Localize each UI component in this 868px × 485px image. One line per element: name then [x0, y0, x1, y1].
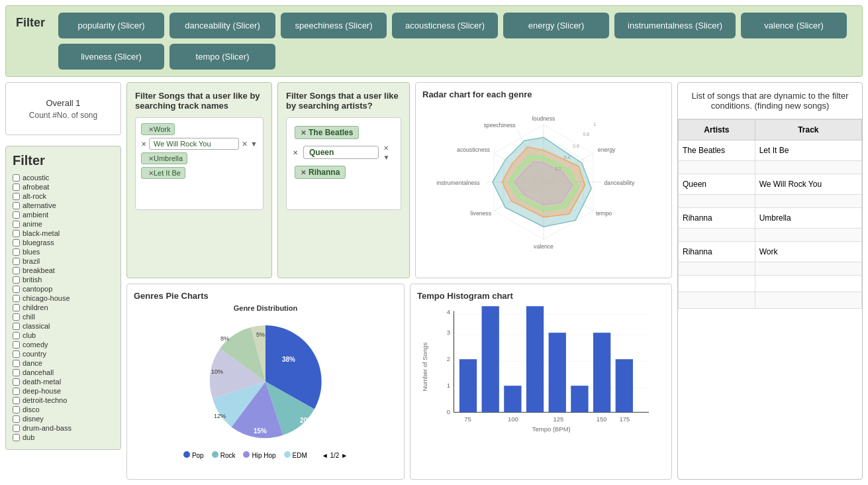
genre-checkbox-british[interactable]: [13, 276, 20, 284]
genre-checkbox-alternative[interactable]: [13, 202, 20, 209]
remove-letitbe-icon[interactable]: ✕: [148, 170, 154, 177]
svg-text:Number of Songs: Number of Songs: [421, 343, 428, 392]
artist-tag-beatles[interactable]: ✕ The Beatles: [295, 126, 359, 139]
genre-label-dance: dance: [23, 359, 42, 367]
genre-checkbox-breakbeat[interactable]: [13, 267, 20, 274]
genre-item-dancehall: dancehall: [13, 368, 114, 376]
genre-checkbox-comedy[interactable]: [13, 341, 20, 349]
genre-checkbox-drum-and-bass[interactable]: [13, 425, 20, 432]
slicer-btn-5[interactable]: instrumentalness (Slicer): [614, 13, 736, 38]
right-panel-header: List of songs that are dynamic to the fi…: [678, 83, 862, 119]
filter-track-title: Filter Songs that a user like by searchi…: [135, 91, 264, 111]
genre-checkbox-death-metal[interactable]: [13, 378, 20, 386]
genre-item-chill: chill: [13, 313, 114, 321]
genre-checkbox-detroit-techno[interactable]: [13, 397, 20, 404]
genre-checkbox-afrobeat[interactable]: [13, 184, 20, 191]
remove-umbrella-icon[interactable]: ✕: [148, 155, 154, 162]
slicer-btn-1[interactable]: danceability (Slicer): [169, 13, 275, 38]
pie-chart-panel: Genres Pie Charts Genre Distribution: [126, 284, 405, 480]
genre-label-dancehall: dancehall: [23, 368, 54, 376]
track-edit-input[interactable]: [149, 138, 239, 150]
genre-checkbox-ambient[interactable]: [13, 211, 20, 219]
svg-rect-55: [571, 386, 588, 412]
track-tag-letitbe[interactable]: ✕ Let It Be: [141, 167, 185, 179]
track-tag-work[interactable]: ✕ Work: [141, 123, 175, 135]
remove-wewillrock-icon[interactable]: ✕: [141, 140, 146, 148]
svg-text:energy: energy: [598, 146, 616, 153]
genre-item-detroit-techno: detroit-techno: [13, 396, 114, 404]
svg-text:175: 175: [619, 415, 630, 423]
slicer-btn-7[interactable]: liveness (Slicer): [58, 44, 164, 70]
artist-tag-rihanna-row: ✕ Rihanna: [293, 164, 395, 181]
slicer-btn-3[interactable]: acousticness (Slicer): [392, 13, 498, 38]
genre-checkbox-disco[interactable]: [13, 406, 20, 413]
slicer-btn-0[interactable]: popularity (Slicer): [58, 13, 164, 38]
track-tag-umbrella[interactable]: ✕ Umbrella: [141, 152, 187, 164]
genre-checkbox-black-metal[interactable]: [13, 230, 20, 237]
genre-item-alt-rock: alt-rock: [13, 192, 114, 200]
filter-artist-title: Filter Songs that a user like by searchi…: [286, 91, 401, 111]
slicer-btn-8[interactable]: tempo (Slicer): [169, 44, 275, 70]
genre-checkbox-chicago-house[interactable]: [13, 295, 20, 302]
table-row-2: RihannaUmbrella: [679, 208, 862, 229]
genre-item-anime: anime: [13, 220, 114, 228]
genre-checkbox-country[interactable]: [13, 350, 20, 358]
genre-checkbox-acoustic[interactable]: [13, 174, 20, 182]
filter-slicers-container: popularity (Slicer)danceability (Slicer)…: [58, 13, 852, 70]
overall-line1: Overall 1: [46, 98, 80, 108]
genre-item-disney: disney: [13, 415, 114, 423]
genre-checkbox-disney[interactable]: [13, 415, 20, 423]
genre-label-country: country: [23, 350, 46, 358]
slicer-btn-4[interactable]: energy (Slicer): [503, 13, 609, 38]
genre-checkbox-club[interactable]: [13, 332, 20, 339]
remove-queen-icon[interactable]: ✕: [293, 149, 298, 156]
pie-chart-svg: 38% 20% 15% 12% 10% 8% 5%: [186, 315, 345, 448]
genre-checkbox-blues[interactable]: [13, 248, 20, 256]
genre-checkbox-classical[interactable]: [13, 323, 20, 330]
genre-item-breakbeat: breakbeat: [13, 266, 114, 274]
svg-text:acousticness: acousticness: [457, 146, 491, 153]
artist-edit-dropdown-btn[interactable]: ▼: [381, 153, 392, 162]
genre-checkbox-bluegrass[interactable]: [13, 239, 20, 246]
genre-checkbox-dancehall[interactable]: [13, 369, 20, 376]
track-tag-input-area[interactable]: ✕ Work ✕ ✕ ▼ ✕: [135, 117, 264, 210]
genre-checkbox-cantopop[interactable]: [13, 286, 20, 293]
slicer-btn-2[interactable]: speechiness (Slicer): [281, 13, 387, 38]
top-filter-bar: Filter popularity (Slicer)danceability (…: [5, 5, 863, 77]
track-edit-dropdown[interactable]: ▼: [250, 140, 258, 148]
genre-label-drum-and-bass: drum-and-bass: [23, 424, 72, 432]
remove-beatles-icon[interactable]: ✕: [301, 129, 306, 136]
genre-checkbox-dub[interactable]: [13, 434, 20, 441]
genre-label-classical: classical: [23, 322, 50, 330]
artist-tag-rihanna[interactable]: ✕ Rihanna: [295, 166, 346, 179]
pie-subtitle: Genre Distribution: [134, 304, 397, 312]
svg-text:10%: 10%: [211, 368, 223, 375]
genre-checkbox-brazil[interactable]: [13, 258, 20, 265]
artist-edit-close-btn[interactable]: ✕: [381, 144, 391, 152]
genre-checkbox-anime[interactable]: [13, 221, 20, 228]
svg-text:0.2: 0.2: [555, 166, 561, 171]
overall-line2: Count #No. of song: [29, 111, 97, 120]
histogram-title: Tempo Histogram chart: [417, 291, 665, 301]
pie-pagination[interactable]: ◄ 1/2 ►: [322, 452, 348, 459]
genre-item-disco: disco: [13, 405, 114, 413]
svg-text:100: 100: [508, 415, 518, 423]
genre-checkbox-chill[interactable]: [13, 313, 20, 321]
genre-label-dub: dub: [23, 433, 34, 441]
slicer-btn-6[interactable]: valence (Slicer): [741, 13, 847, 38]
remove-rihanna-icon[interactable]: ✕: [301, 169, 306, 176]
artist-tag-queen: ✕ ✕ ▼: [293, 143, 395, 162]
genre-item-acoustic: acoustic: [13, 174, 114, 182]
table-row-empty-1: [679, 195, 862, 208]
genre-checkbox-children[interactable]: [13, 304, 20, 311]
songs-table: Artists Track The BeatlesLet It BeQueenW…: [678, 119, 862, 309]
remove-work-icon[interactable]: ✕: [148, 126, 154, 133]
genre-item-dub: dub: [13, 433, 114, 441]
genre-checkbox-dance[interactable]: [13, 360, 20, 367]
genre-item-brazil: brazil: [13, 257, 114, 265]
track-edit-close[interactable]: ✕: [242, 140, 248, 148]
artist-tag-input-area[interactable]: ✕ The Beatles ✕ ✕ ▼: [286, 117, 401, 210]
genre-checkbox-deep-house[interactable]: [13, 388, 20, 395]
genre-checkbox-alt-rock[interactable]: [13, 193, 20, 200]
artist-edit-input[interactable]: [303, 146, 379, 159]
